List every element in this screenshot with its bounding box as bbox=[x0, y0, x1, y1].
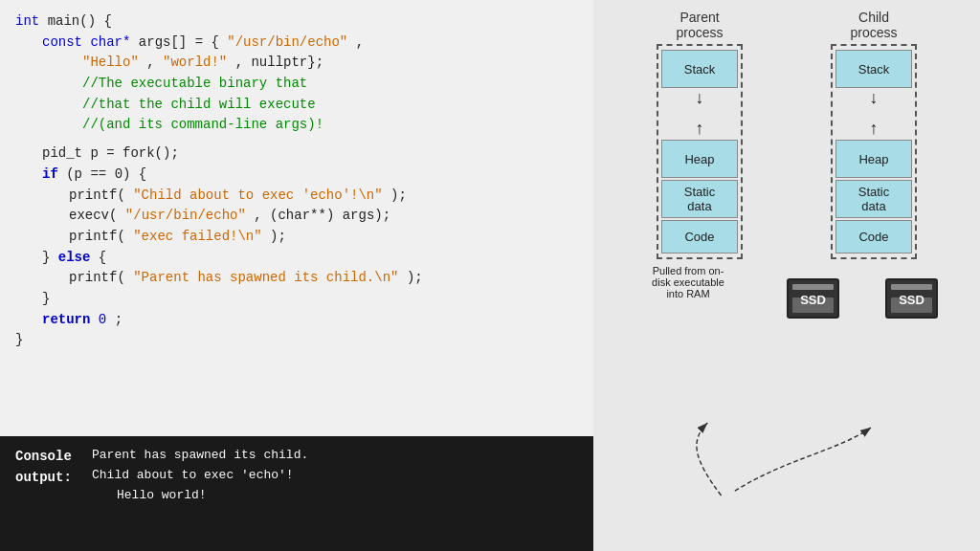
child-stack-arrow: ↓ bbox=[869, 90, 880, 107]
code-line-printf1: printf( "Child about to exec 'echo'!\n" … bbox=[15, 186, 578, 207]
code-line-1: int main() { bbox=[15, 11, 578, 33]
comment-3: //(and its command-line args)! bbox=[82, 117, 323, 132]
keyword-const: const char* bbox=[42, 34, 130, 50]
code-string-parent: "Parent has spawned its child.\n" bbox=[133, 270, 398, 285]
code-printf1: printf( bbox=[69, 187, 125, 203]
ssd-icon-right: SSD bbox=[885, 278, 938, 319]
code-else: } bbox=[42, 250, 58, 265]
code-string-execv: "/usr/bin/echo" bbox=[125, 208, 246, 223]
code-string-execfail: "exec failed!\n" bbox=[133, 229, 261, 244]
keyword-return: return bbox=[42, 312, 90, 327]
code-line-else: } else { bbox=[15, 248, 578, 269]
comment-1: //The executable binary that bbox=[82, 76, 307, 91]
parent-title-text: Parent process bbox=[652, 10, 747, 40]
code-string-hello: "Hello" bbox=[82, 55, 139, 70]
ssd-body-right: SSD bbox=[885, 278, 938, 319]
code-printf2: printf( bbox=[69, 229, 125, 244]
code-args-decl: args[] = { bbox=[139, 34, 219, 50]
code-line-printf3: printf( "Parent has spawned its child.\n… bbox=[15, 268, 578, 289]
console-line-2: Child about to exec 'echo'! bbox=[92, 466, 308, 486]
ssd-body-left: SSD bbox=[787, 278, 839, 319]
parent-code: Code bbox=[661, 220, 738, 253]
console-label-2: output: bbox=[15, 467, 92, 488]
console-text: Parent has spawned its child. Child abou… bbox=[92, 446, 308, 505]
code-line-main-close: } bbox=[15, 330, 578, 351]
code-line-execv: execv( "/usr/bin/echo" , (char**) args); bbox=[15, 206, 578, 227]
diagram-container: Parent process Child process Stack ↓ ↑ bbox=[603, 10, 970, 541]
code-line-return: return 0 ; bbox=[15, 310, 578, 331]
code-line-2: const char* args[] = { "/usr/bin/echo" , bbox=[15, 33, 578, 54]
parent-heap-arrow: ↑ bbox=[695, 121, 705, 138]
ssd-row: Pulled from on-disk executable into RAM … bbox=[603, 265, 970, 319]
child-process-box: Stack ↓ ↑ Heap Staticdata Code bbox=[831, 44, 917, 259]
code-line-printf2: printf( "exec failed!\n" ); bbox=[15, 227, 578, 248]
console-labels: Console output: bbox=[15, 446, 92, 505]
child-heap: Heap bbox=[835, 140, 912, 178]
parent-static: Staticdata bbox=[661, 180, 738, 218]
code-if-cond: (p == 0) { bbox=[66, 166, 146, 182]
code-string-world: "world!" bbox=[163, 55, 227, 70]
code-line-close1: } bbox=[15, 289, 578, 310]
annotation-text: Pulled from on-disk executable into RAM bbox=[645, 265, 731, 299]
code-comment-1: //The executable binary that bbox=[15, 74, 578, 95]
parent-stack: Stack bbox=[661, 50, 738, 88]
comment-2: //that the child will execute bbox=[82, 97, 316, 112]
code-comment-2: //that the child will execute bbox=[15, 95, 578, 116]
console-label-1: Console bbox=[15, 446, 92, 467]
process-titles-row: Parent process Child process bbox=[603, 10, 970, 40]
code-main: main() { bbox=[48, 13, 112, 29]
code-return-val: 0 bbox=[99, 312, 106, 327]
code-execv: execv( bbox=[69, 208, 117, 223]
child-title: Child process bbox=[826, 10, 922, 40]
code-pid: pid_t p = fork(); bbox=[42, 145, 179, 161]
code-string-echo: "/usr/bin/echo" bbox=[227, 34, 347, 50]
parent-title: Parent process bbox=[652, 10, 747, 40]
keyword-else: else bbox=[58, 250, 91, 265]
child-title-text: Child process bbox=[826, 10, 922, 40]
code-area: int main() { const char* args[] = { "/us… bbox=[0, 0, 593, 436]
code-line-pid: pid_t p = fork(); bbox=[15, 143, 578, 165]
parent-stack-arrow: ↓ bbox=[695, 90, 705, 107]
console-line-3: Hello world! bbox=[92, 486, 308, 506]
console-area: Console output: Parent has spawned its c… bbox=[0, 436, 593, 551]
ssd-icon-left: SSD bbox=[787, 278, 839, 319]
parent-process-box: Stack ↓ ↑ Heap Staticdata Code bbox=[657, 44, 743, 259]
keyword-int: int bbox=[15, 13, 39, 29]
process-boxes: Stack ↓ ↑ Heap Staticdata Code Stack bbox=[603, 44, 970, 259]
keyword-if: if bbox=[42, 166, 58, 182]
code-string-child: "Child about to exec 'echo'!\n" bbox=[133, 187, 382, 203]
child-heap-arrow: ↑ bbox=[869, 121, 880, 138]
child-stack: Stack bbox=[835, 50, 912, 88]
parent-heap: Heap bbox=[661, 140, 738, 178]
child-code: Code bbox=[835, 220, 912, 253]
console-line-1: Parent has spawned its child. bbox=[92, 446, 308, 466]
left-panel: int main() { const char* args[] = { "/us… bbox=[0, 0, 593, 551]
right-panel: Parent process Child process Stack ↓ ↑ bbox=[593, 0, 980, 551]
console-row: Console output: Parent has spawned its c… bbox=[15, 446, 578, 505]
code-printf3: printf( bbox=[69, 270, 125, 285]
child-static: Staticdata bbox=[835, 180, 912, 218]
code-close1: } bbox=[42, 291, 50, 306]
code-line-3: "Hello" , "world!" , nullptr}; bbox=[15, 53, 578, 74]
code-line-if: if (p == 0) { bbox=[15, 165, 578, 186]
code-comment-3: //(and its command-line args)! bbox=[15, 115, 578, 136]
code-main-close: } bbox=[15, 332, 23, 347]
